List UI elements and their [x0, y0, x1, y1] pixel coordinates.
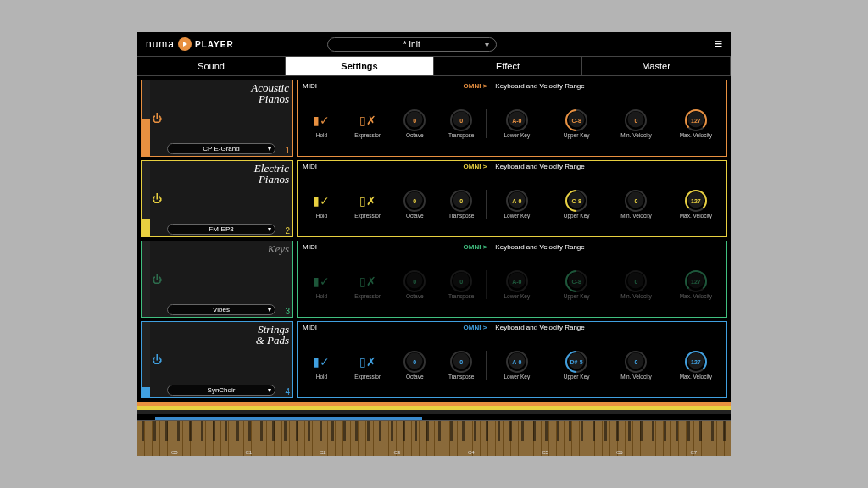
max--velocity-control[interactable]: 127 Max. Velocity: [667, 270, 725, 299]
transpose-control[interactable]: 0 Transpose: [439, 270, 484, 299]
hold-pedal[interactable]: ▮✓ Hold: [299, 270, 344, 299]
knob[interactable]: 0: [450, 351, 472, 373]
knob[interactable]: 0: [450, 190, 472, 212]
min--velocity-control[interactable]: 0 Min. Velocity: [607, 270, 665, 299]
logo-product: PLAYER: [195, 40, 234, 49]
knob[interactable]: D#-5: [565, 351, 587, 373]
knob[interactable]: 127: [685, 109, 707, 131]
slot-preset-selector[interactable]: Vibes: [167, 304, 275, 315]
row-body: ▮✓ Hold ▯✗ Expression 0 Octave 0 Transpo…: [298, 92, 726, 156]
main-body: ⏻ AcousticPianos CP E-Grand 1 ⏻ Electric…: [137, 76, 731, 402]
knob[interactable]: C-8: [565, 190, 587, 212]
pedal-icon[interactable]: ▯✗: [359, 190, 377, 212]
power-icon[interactable]: ⏻: [152, 113, 162, 125]
transpose-control[interactable]: 0 Transpose: [439, 190, 484, 219]
pedal-icon[interactable]: ▮✓: [312, 190, 331, 212]
preset-selector[interactable]: * Init: [327, 37, 497, 52]
knob[interactable]: 0: [450, 109, 472, 131]
omni-button[interactable]: OMNI >: [464, 82, 487, 90]
control-label: Upper Key: [564, 132, 590, 138]
upper-key-control[interactable]: C-8 Upper Key: [548, 270, 605, 299]
range-label: Keyboard and Velocity Range: [487, 324, 721, 331]
omni-button[interactable]: OMNI >: [464, 243, 487, 251]
tab-sound[interactable]: Sound: [137, 57, 286, 75]
pedal-icon[interactable]: ▯✗: [359, 109, 377, 131]
knob[interactable]: 0: [450, 270, 472, 292]
knob[interactable]: 0: [625, 190, 647, 212]
octave-control[interactable]: 0 Octave: [392, 190, 437, 219]
keyboard[interactable]: C0C1C2C3C4C5C6C7: [137, 420, 731, 456]
hold-pedal[interactable]: ▮✓ Hold: [299, 190, 344, 219]
knob[interactable]: C-8: [565, 270, 587, 292]
pedal-icon[interactable]: ▮✓: [312, 270, 331, 292]
knob[interactable]: 127: [685, 190, 707, 212]
range-label: Keyboard and Velocity Range: [487, 82, 721, 90]
menu-icon[interactable]: ≡: [715, 36, 722, 52]
slot-3[interactable]: ⏻ Keys Vibes 3: [141, 241, 293, 318]
hold-pedal[interactable]: ▮✓ Hold: [299, 109, 344, 138]
slot-preset-selector[interactable]: FM-EP3: [167, 224, 275, 235]
knob[interactable]: 0: [625, 270, 647, 292]
lower-key-control[interactable]: A-0 Lower Key: [488, 190, 546, 219]
octave-control[interactable]: 0 Octave: [392, 109, 437, 138]
knob[interactable]: A-0: [506, 190, 528, 212]
octave-marker: C4: [468, 450, 475, 455]
omni-button[interactable]: OMNI >: [464, 163, 487, 170]
slot-2[interactable]: ⏻ ElectricPianos FM-EP3 2: [141, 160, 293, 237]
slot-1[interactable]: ⏻ AcousticPianos CP E-Grand 1: [141, 80, 293, 157]
tab-effect[interactable]: Effect: [434, 57, 582, 75]
knob[interactable]: A-0: [506, 270, 528, 292]
settings-row-2: MIDI OMNI > Keyboard and Velocity Range …: [297, 160, 727, 237]
pedal-icon[interactable]: ▯✗: [359, 270, 377, 292]
expression-pedal[interactable]: ▯✗ Expression: [346, 351, 391, 380]
knob[interactable]: 0: [403, 190, 426, 212]
knob[interactable]: 127: [685, 351, 707, 373]
knob[interactable]: 0: [625, 109, 647, 131]
control-label: Min. Velocity: [620, 132, 652, 138]
upper-key-control[interactable]: C-8 Upper Key: [548, 190, 605, 219]
power-icon[interactable]: ⏻: [152, 193, 162, 205]
slot-preset-selector[interactable]: CP E-Grand: [167, 143, 275, 154]
knob[interactable]: 0: [403, 109, 426, 131]
slot-meter: [142, 322, 150, 397]
min--velocity-control[interactable]: 0 Min. Velocity: [607, 109, 665, 138]
upper-key-control[interactable]: D#-5 Upper Key: [548, 351, 605, 380]
pedal-icon[interactable]: ▯✗: [359, 351, 377, 373]
min--velocity-control[interactable]: 0 Min. Velocity: [607, 351, 665, 380]
expression-pedal[interactable]: ▯✗ Expression: [346, 270, 391, 299]
slot-category: ElectricPianos: [170, 163, 289, 185]
knob[interactable]: 0: [403, 270, 426, 292]
pedal-icon[interactable]: ▮✓: [312, 109, 331, 131]
octave-control[interactable]: 0 Octave: [392, 270, 437, 299]
knob[interactable]: 0: [403, 351, 426, 373]
knob[interactable]: 127: [685, 270, 707, 292]
expression-pedal[interactable]: ▯✗ Expression: [346, 190, 391, 219]
power-icon[interactable]: ⏻: [152, 274, 162, 286]
min--velocity-control[interactable]: 0 Min. Velocity: [607, 190, 665, 219]
hold-pedal[interactable]: ▮✓ Hold: [299, 351, 344, 380]
knob[interactable]: C-8: [565, 109, 587, 131]
transpose-control[interactable]: 0 Transpose: [439, 109, 484, 138]
pedal-icon[interactable]: ▮✓: [312, 351, 331, 373]
max--velocity-control[interactable]: 127 Max. Velocity: [667, 351, 725, 380]
slot-4[interactable]: ⏻ Strings& Pads SynChoir 4: [141, 321, 293, 398]
knob[interactable]: 0: [625, 351, 647, 373]
max--velocity-control[interactable]: 127 Max. Velocity: [667, 190, 725, 219]
transpose-control[interactable]: 0 Transpose: [439, 351, 484, 380]
power-icon[interactable]: ⏻: [152, 354, 162, 366]
knob[interactable]: A-0: [506, 109, 528, 131]
omni-button[interactable]: OMNI >: [464, 324, 487, 331]
slot-preset-selector[interactable]: SynChoir: [167, 385, 275, 396]
octave-control[interactable]: 0 Octave: [392, 351, 437, 380]
max--velocity-control[interactable]: 127 Max. Velocity: [667, 109, 725, 138]
lower-key-control[interactable]: A-0 Lower Key: [488, 351, 546, 380]
lower-key-control[interactable]: A-0 Lower Key: [488, 270, 546, 299]
tab-settings[interactable]: Settings: [286, 57, 434, 75]
knob[interactable]: A-0: [506, 351, 528, 373]
octave-marker: C1: [245, 450, 252, 455]
control-label: Min. Velocity: [620, 213, 652, 219]
upper-key-control[interactable]: C-8 Upper Key: [548, 109, 605, 138]
tab-master[interactable]: Master: [582, 57, 731, 75]
expression-pedal[interactable]: ▯✗ Expression: [346, 109, 391, 138]
lower-key-control[interactable]: A-0 Lower Key: [488, 109, 546, 138]
